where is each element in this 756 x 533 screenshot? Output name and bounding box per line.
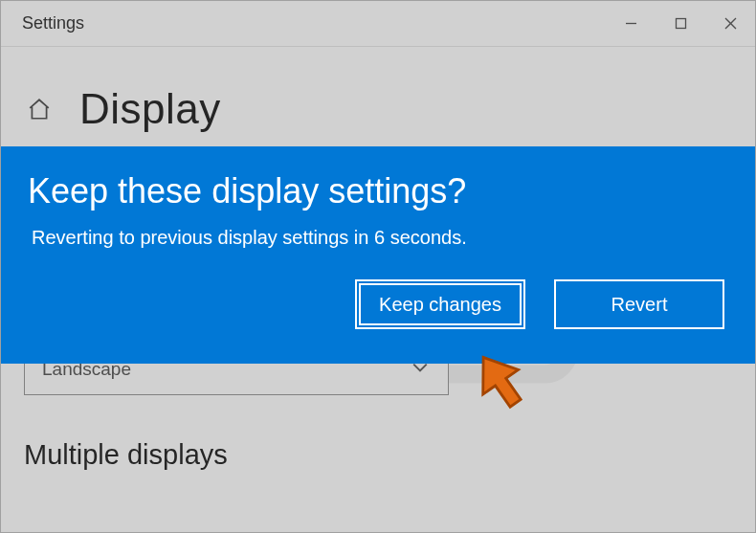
- close-icon: [724, 17, 737, 30]
- dialog-buttons: Keep changes Revert: [28, 279, 728, 329]
- svg-rect-1: [676, 19, 685, 29]
- keep-settings-dialog: Keep these display settings? Reverting t…: [1, 146, 755, 364]
- minimize-icon: [625, 17, 637, 30]
- window-controls: [606, 1, 755, 46]
- revert-button[interactable]: Revert: [554, 279, 724, 329]
- home-icon: [27, 97, 52, 122]
- titlebar: Settings: [1, 1, 755, 47]
- close-button[interactable]: [705, 1, 755, 46]
- page-title: Display: [79, 85, 221, 133]
- home-button[interactable]: [24, 94, 55, 124]
- page-header: Display: [24, 85, 732, 133]
- dialog-text: Reverting to previous display settings i…: [32, 227, 728, 249]
- maximize-button[interactable]: [656, 1, 705, 46]
- dialog-title: Keep these display settings?: [28, 171, 728, 211]
- window-title: Settings: [22, 13, 84, 33]
- keep-changes-button[interactable]: Keep changes: [355, 279, 525, 329]
- maximize-icon: [675, 17, 687, 30]
- minimize-button[interactable]: [606, 1, 656, 46]
- multiple-displays-heading: Multiple displays: [24, 439, 732, 471]
